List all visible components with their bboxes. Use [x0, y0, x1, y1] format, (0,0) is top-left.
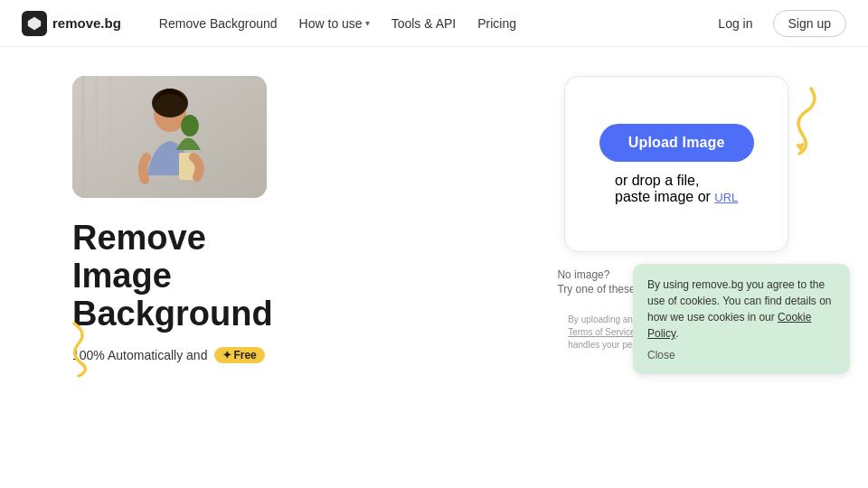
hero-subtitle: 100% Automatically and ✦ Free — [72, 347, 521, 363]
svg-rect-3 — [81, 76, 85, 198]
free-badge: ✦ Free — [214, 347, 264, 363]
logo[interactable]: remove.bg — [22, 11, 121, 36]
nav-how-to-use-label: How to use — [299, 16, 363, 31]
drop-text: or drop a file, — [615, 173, 699, 188]
cookie-banner: By using remove.bg you agree to the use … — [633, 264, 850, 374]
navbar: remove.bg Remove Background How to use ▾… — [0, 0, 868, 47]
squiggle-bottom-left — [47, 314, 97, 378]
login-button[interactable]: Log in — [707, 11, 763, 36]
nav-right: Log in Sign up — [707, 10, 846, 37]
badge-label: Free — [233, 349, 256, 361]
signup-button[interactable]: Sign up — [773, 10, 846, 37]
main-content: Remove Image Background 100% Automatical… — [0, 47, 868, 392]
svg-rect-4 — [95, 76, 98, 198]
cookie-text: By using remove.bg you agree to the use … — [647, 278, 831, 340]
hero-image — [72, 76, 267, 198]
chevron-down-icon: ▾ — [365, 18, 370, 28]
nav-remove-background[interactable]: Remove Background — [150, 11, 287, 36]
badge-star-icon: ✦ — [222, 349, 231, 361]
sample-label: No image? Try one of these: — [557, 268, 638, 296]
cookie-policy-link[interactable]: Cookie Policy — [647, 311, 811, 340]
svg-rect-5 — [108, 76, 112, 198]
nav-pricing[interactable]: Pricing — [468, 11, 525, 36]
svg-marker-0 — [28, 16, 41, 29]
svg-point-9 — [181, 115, 199, 136]
paste-text: paste image or — [615, 189, 714, 204]
left-section: Remove Image Background 100% Automatical… — [72, 76, 521, 363]
upload-button[interactable]: Upload Image — [599, 124, 754, 162]
logo-text: remove.bg — [52, 15, 121, 31]
cookie-close-button[interactable]: Close — [647, 349, 675, 361]
nav-how-to-use[interactable]: How to use ▾ — [290, 11, 379, 36]
upload-card: Upload Image or drop a file, paste image… — [564, 76, 788, 252]
squiggle-top-right — [761, 80, 825, 161]
url-link[interactable]: URL — [714, 191, 738, 204]
nav-tools-api[interactable]: Tools & API — [382, 11, 466, 36]
drop-text-container: or drop a file, paste image or URL — [615, 173, 738, 205]
logo-icon — [22, 11, 47, 36]
nav-links: Remove Background How to use ▾ Tools & A… — [150, 11, 708, 36]
hero-title: Remove Image Background — [72, 220, 307, 333]
terms-link[interactable]: Terms of Service — [568, 327, 635, 337]
